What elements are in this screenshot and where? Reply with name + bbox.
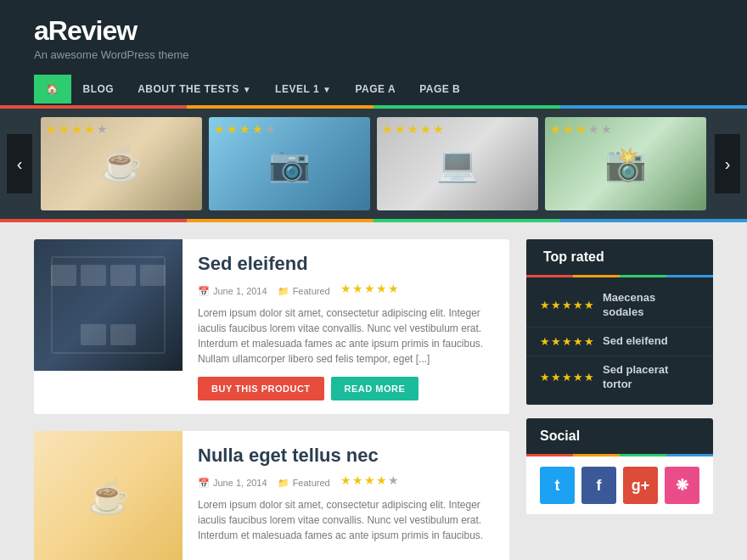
gplus-button[interactable]: g+ <box>623 467 658 504</box>
folder-icon: 📁 <box>278 478 289 489</box>
rated-stars: ★ ★ ★ ★ ★ <box>540 371 594 384</box>
social-title: Social <box>526 418 713 454</box>
star: ★ <box>562 371 572 384</box>
star: ★ <box>584 335 594 348</box>
star: ★ <box>551 335 561 348</box>
star: ★ <box>540 299 550 311</box>
star: ★ <box>573 299 583 311</box>
sidebar: Top rated ★ ★ ★ ★ ★ Maecenas sodales <box>526 239 713 560</box>
star: ★ <box>551 371 561 384</box>
star: ★ <box>352 282 363 295</box>
slide-item[interactable]: ★★★★★ ☕ <box>41 117 202 210</box>
slide-rating: ★★★★★ <box>214 122 276 136</box>
nav-home[interactable]: 🏠 <box>34 75 71 104</box>
rated-title: Sed placerat tortor <box>603 363 699 392</box>
post-stars: ★ ★ ★ ★ ★ <box>340 282 399 295</box>
star: ★ <box>540 371 550 384</box>
post-actions: BUY THIS PRODUCT READ MORE <box>198 377 494 400</box>
widget-color-bar <box>526 454 713 456</box>
rated-stars: ★ ★ ★ ★ ★ <box>540 335 594 348</box>
color-bar-bottom <box>0 219 747 222</box>
widget-color-bar <box>526 275 713 277</box>
facebook-button[interactable]: f <box>581 467 616 504</box>
star: ★ <box>562 335 572 348</box>
post-title: Nulla eget tellus nec <box>198 445 494 467</box>
slide-rating: ★★★★★ <box>382 122 444 136</box>
star: ★ <box>376 282 387 295</box>
rated-item[interactable]: ★ ★ ★ ★ ★ Maecenas sodales <box>526 284 713 328</box>
dribbble-button[interactable]: ❋ <box>665 467 699 504</box>
header: aReview An awesome WordPress theme 🏠 Blo… <box>0 0 747 105</box>
star: ★ <box>573 371 583 384</box>
post-thumbnail: ☕ <box>34 431 183 560</box>
top-rated-list: ★ ★ ★ ★ ★ Maecenas sodales ★ ★ ★ ★ ★ <box>526 277 713 405</box>
main-nav: 🏠 Blog About The Tests ▼ Level 1 ▼ Page … <box>34 73 713 105</box>
post-excerpt: Lorem ipsum dolor sit amet, consectetur … <box>198 305 494 367</box>
rated-item[interactable]: ★ ★ ★ ★ ★ Sed eleifend <box>526 328 713 356</box>
post-category: 📁 Featured <box>278 286 330 297</box>
read-more-button[interactable]: READ MORE <box>331 377 419 400</box>
nav-about[interactable]: About The Tests ▼ <box>126 73 263 105</box>
star: ★ <box>364 473 375 487</box>
star: ★ <box>562 299 572 311</box>
star: ★ <box>388 282 399 295</box>
rated-title: Maecenas sodales <box>603 291 699 320</box>
calendar-icon: 📅 <box>198 286 210 297</box>
slide-rating: ★★★★★ <box>46 122 108 136</box>
slider-next[interactable]: › <box>715 134 740 193</box>
post-body: Sed eleifend 📅 June 1, 2014 📁 Featured ★… <box>183 239 509 414</box>
nav-pageb[interactable]: Page B <box>407 73 472 105</box>
slide-rating: ★★★★★ <box>550 122 612 136</box>
star: ★ <box>551 299 561 311</box>
buy-button[interactable]: BUY THIS PRODUCT <box>198 377 324 400</box>
top-rated-title: Top rated <box>526 239 713 275</box>
site-tagline: An awesome WordPress theme <box>34 48 713 61</box>
nav-blog[interactable]: Blog <box>71 73 126 105</box>
star: ★ <box>584 371 594 384</box>
star: ★ <box>340 473 351 487</box>
post-body: Nulla eget tellus nec 📅 June 1, 2014 📁 F… <box>183 431 509 560</box>
post-item: Sed eleifend 📅 June 1, 2014 📁 Featured ★… <box>34 239 509 414</box>
rated-stars: ★ ★ ★ ★ ★ <box>540 299 594 311</box>
star: ★ <box>352 473 363 487</box>
site-title: aReview <box>34 15 713 47</box>
social-buttons: t f g+ ❋ <box>526 456 713 514</box>
post-date: 📅 June 1, 2014 <box>198 478 267 489</box>
slider-images: ★★★★★ ☕ ★★★★★ 📷 ★★★★★ 💻 ★★★ <box>32 117 715 210</box>
nav-pagea[interactable]: Page A <box>343 73 407 105</box>
star: ★ <box>364 282 375 295</box>
star: ★ <box>573 335 583 348</box>
post-excerpt: Lorem ipsum dolor sit amet, consectetur … <box>198 497 494 543</box>
post-meta: 📅 June 1, 2014 📁 Featured ★ ★ ★ ★ ★ <box>198 473 494 492</box>
slide-item[interactable]: ★★★★★ 📷 <box>209 117 370 210</box>
post-item: ☕ Nulla eget tellus nec 📅 June 1, 2014 📁… <box>34 431 509 560</box>
slide-item[interactable]: ★★★★★ 💻 <box>377 117 538 210</box>
star: ★ <box>340 282 351 295</box>
star-empty: ★ <box>388 473 399 487</box>
social-widget: Social t f g+ ❋ <box>526 418 713 514</box>
post-stars: ★ ★ ★ ★ ★ <box>340 473 399 487</box>
top-rated-widget: Top rated ★ ★ ★ ★ ★ Maecenas sodales <box>526 239 713 405</box>
star: ★ <box>584 299 594 311</box>
slider-section: ‹ ★★★★★ ☕ ★★★★★ 📷 ★★★★★ 💻 <box>0 109 747 219</box>
rated-item[interactable]: ★ ★ ★ ★ ★ Sed placerat tortor <box>526 356 713 399</box>
star: ★ <box>376 473 387 487</box>
folder-icon: 📁 <box>278 286 289 297</box>
content-area: Sed eleifend 📅 June 1, 2014 📁 Featured ★… <box>34 239 509 560</box>
star: ★ <box>540 335 550 348</box>
rated-title: Sed eleifend <box>603 334 668 349</box>
post-meta: 📅 June 1, 2014 📁 Featured ★ ★ ★ ★ ★ <box>198 282 494 300</box>
post-thumbnail <box>34 239 183 371</box>
main-wrapper: Sed eleifend 📅 June 1, 2014 📁 Featured ★… <box>0 222 747 560</box>
post-date: 📅 June 1, 2014 <box>198 286 267 297</box>
calendar-icon: 📅 <box>198 478 210 489</box>
slide-item[interactable]: ★★★★★ 📸 <box>545 117 706 210</box>
slider-prev[interactable]: ‹ <box>7 134 32 193</box>
post-category: 📁 Featured <box>278 478 330 489</box>
post-title: Sed eleifend <box>198 253 494 275</box>
twitter-button[interactable]: t <box>540 467 575 504</box>
nav-level1[interactable]: Level 1 ▼ <box>263 73 343 105</box>
